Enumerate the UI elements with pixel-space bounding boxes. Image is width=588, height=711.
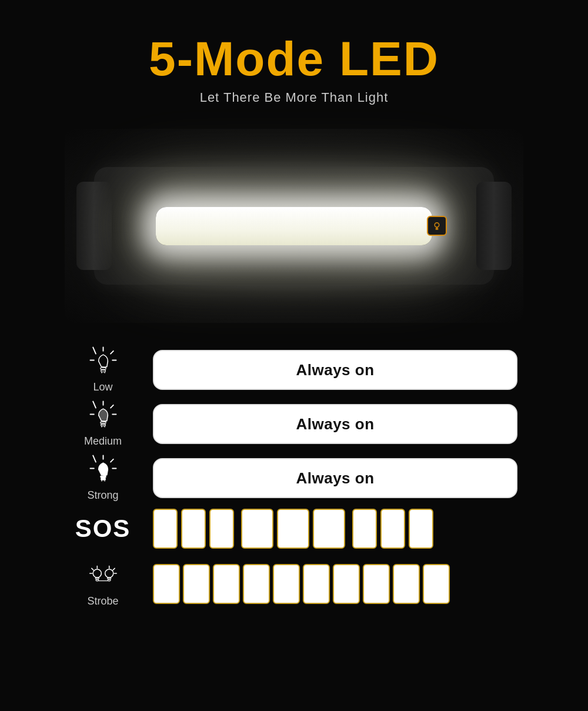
strobe-b3 — [213, 564, 240, 604]
svg-line-25 — [93, 456, 96, 462]
svg-point-34 — [105, 569, 113, 578]
svg-point-0 — [435, 223, 439, 228]
svg-line-20 — [101, 426, 102, 427]
always-on-pill-medium: Always on — [153, 404, 517, 444]
strobe-b4 — [243, 564, 270, 604]
sos-block-o1 — [241, 509, 273, 549]
strobe-flash-blocks — [153, 564, 517, 604]
svg-rect-35 — [107, 578, 111, 579]
svg-line-23 — [111, 459, 113, 462]
svg-rect-28 — [101, 478, 105, 480]
sos-block-s6 — [409, 509, 433, 549]
main-title: 5-Mode LED — [149, 32, 439, 85]
always-on-text-strong: Always on — [296, 469, 374, 488]
strobe-icon — [87, 560, 119, 593]
sos-block-o3 — [313, 509, 345, 549]
sos-flash-blocks — [153, 509, 517, 549]
svg-rect-27 — [100, 476, 105, 478]
modes-section: Low Always on — [71, 346, 517, 607]
device-body — [94, 167, 494, 285]
strobe-b10 — [423, 564, 450, 604]
mode-label-strong: Strong — [87, 489, 118, 502]
svg-line-30 — [104, 480, 105, 481]
strobe-b1 — [153, 564, 180, 604]
sos-block-o2 — [277, 509, 309, 549]
mode-row-medium: Medium Always on — [71, 400, 517, 448]
strobe-b5 — [273, 564, 300, 604]
svg-rect-9 — [100, 368, 105, 369]
led-bar — [156, 207, 432, 245]
led-bar-container — [147, 202, 441, 249]
svg-line-5 — [111, 351, 113, 354]
product-image-area — [65, 129, 523, 323]
mode-row-low: Low Always on — [71, 346, 517, 393]
mode-icon-label-sos: SOS — [71, 515, 135, 543]
mode-label-low: Low — [93, 381, 112, 393]
svg-rect-32 — [95, 578, 99, 579]
svg-rect-10 — [101, 370, 105, 372]
page-wrapper: 5-Mode LED Let There Be More Than Light — [0, 0, 588, 711]
svg-line-14 — [111, 405, 113, 408]
svg-line-29 — [101, 480, 102, 481]
sos-block-s2 — [181, 509, 206, 549]
mode-row-strong: Strong Always on — [71, 455, 517, 502]
strobe-b7 — [333, 564, 360, 604]
svg-rect-19 — [101, 424, 105, 426]
sos-label: SOS — [75, 515, 131, 543]
subtitle: Let There Be More Than Light — [149, 90, 439, 105]
strobe-b8 — [363, 564, 390, 604]
always-on-pill-strong: Always on — [153, 458, 517, 498]
mode-icon-label-strobe: Strobe — [71, 560, 135, 607]
mode-icon-label-medium: Medium — [71, 400, 135, 448]
mode-icon-label-low: Low — [71, 346, 135, 393]
always-on-pill-low: Always on — [153, 350, 517, 390]
sos-block-s5 — [380, 509, 405, 549]
mode-row-sos: SOS — [71, 509, 517, 549]
svg-point-31 — [93, 569, 101, 578]
strobe-b9 — [393, 564, 420, 604]
bulb-icon-strong — [87, 455, 119, 487]
mode-icon-label-strong: Strong — [71, 455, 135, 502]
svg-line-38 — [91, 569, 93, 570]
svg-line-16 — [93, 402, 96, 408]
svg-line-12 — [104, 372, 105, 373]
always-on-text-medium: Always on — [296, 415, 374, 433]
svg-line-41 — [113, 569, 115, 570]
svg-line-7 — [93, 348, 96, 354]
header: 5-Mode LED Let There Be More Than Light — [149, 0, 439, 105]
mode-label-strobe: Strobe — [87, 595, 118, 607]
led-indicator-icon — [427, 216, 447, 236]
strobe-b6 — [303, 564, 330, 604]
sos-block-s4 — [352, 509, 377, 549]
mode-row-strobe: Strobe — [71, 560, 517, 607]
bulb-icon-medium — [87, 400, 119, 433]
always-on-text-low: Always on — [296, 361, 374, 379]
bulb-icon-low — [87, 346, 119, 379]
mode-label-medium: Medium — [84, 435, 122, 448]
strobe-b2 — [183, 564, 210, 604]
sos-block-s1 — [153, 509, 178, 549]
svg-rect-18 — [100, 422, 105, 423]
sos-block-s3 — [209, 509, 234, 549]
svg-line-11 — [101, 372, 102, 373]
svg-line-21 — [104, 426, 105, 427]
